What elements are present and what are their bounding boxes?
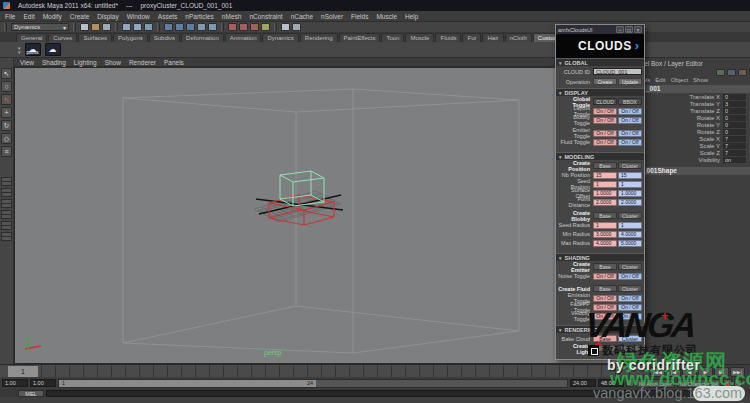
- menu-create[interactable]: Create: [70, 13, 90, 20]
- create-light-base-button[interactable]: [593, 345, 617, 352]
- shelf-menu-icon[interactable]: ▾▾: [18, 46, 21, 54]
- surface-offset-cluster-field[interactable]: 1.0000: [618, 190, 642, 197]
- render-view-icon[interactable]: [239, 23, 248, 31]
- noise-toggle-cluster-button[interactable]: On / Off: [618, 273, 642, 280]
- bake-cloud-base-button[interactable]: Base: [593, 335, 617, 342]
- channelbox-toggle-icon[interactable]: [292, 23, 301, 31]
- menu-nparticles[interactable]: nParticles: [185, 13, 214, 20]
- select-tool-icon[interactable]: ↖: [1, 68, 12, 79]
- channel-value-field[interactable]: 7: [723, 136, 746, 142]
- playback-start-field[interactable]: 1.00: [30, 379, 56, 387]
- fadepp-toggle-cluster-button[interactable]: On / Off: [618, 304, 642, 311]
- update-button[interactable]: Update: [618, 78, 642, 85]
- manipulator-icon[interactable]: [716, 69, 725, 76]
- step-forward-frame-icon[interactable]: ▶|: [714, 367, 729, 377]
- menu-assets[interactable]: Assets: [158, 13, 178, 20]
- panel-menu-view[interactable]: View: [20, 59, 34, 66]
- sidebar-toggle-icon[interactable]: [281, 23, 290, 31]
- rotate-tool-icon[interactable]: ↻: [1, 120, 12, 131]
- channel-value-field[interactable]: 0: [723, 115, 746, 121]
- status-grip[interactable]: [115, 23, 118, 31]
- play-backwards-icon[interactable]: ◀: [682, 367, 697, 377]
- select-hierarchy-icon[interactable]: [122, 23, 131, 31]
- menu-edit[interactable]: Edit: [23, 13, 34, 20]
- nb-position-cluster-field[interactable]: 15: [618, 172, 642, 179]
- cloud-id-field[interactable]: CLOUD_001: [593, 68, 642, 75]
- menu-help[interactable]: Help: [405, 13, 418, 20]
- shelf-tab-ncloth[interactable]: nCloth: [505, 33, 532, 42]
- layout-persp-outliner-button[interactable]: [1, 199, 12, 208]
- play-forwards-icon[interactable]: ▶: [698, 367, 713, 377]
- render-settings-icon[interactable]: [261, 23, 270, 31]
- status-grip[interactable]: [157, 23, 160, 31]
- layout-hypershade-button[interactable]: [1, 221, 12, 230]
- surface-offset-base-field[interactable]: 1.0000: [593, 190, 617, 197]
- layout-toggle-base-button[interactable]: On / Off: [593, 108, 617, 115]
- auto-keyframe-icon[interactable]: [723, 379, 732, 388]
- cluster-column-header[interactable]: Cluster: [618, 162, 642, 169]
- cluster-column-header[interactable]: Cluster: [618, 285, 642, 292]
- section-global[interactable]: ▾ GLOBAL: [556, 58, 644, 66]
- menu-fields[interactable]: Fields: [351, 13, 368, 20]
- menu-nconstraint[interactable]: nConstraint: [249, 13, 282, 20]
- status-grip[interactable]: [221, 23, 224, 31]
- cb-menu-show[interactable]: Show: [693, 77, 708, 83]
- base-column-header[interactable]: Base: [593, 263, 617, 270]
- blobby-toggle-base-button[interactable]: On / Off: [593, 117, 617, 124]
- status-grip[interactable]: [73, 23, 76, 31]
- shelf-tab-polygons[interactable]: Polygons: [113, 33, 148, 42]
- playback-end-field[interactable]: 24.00: [570, 379, 596, 387]
- channel-value-field[interactable]: 0: [723, 94, 746, 100]
- ipr-render-icon[interactable]: [250, 23, 259, 31]
- bake-cloud-cluster-button[interactable]: Cluster: [618, 335, 642, 342]
- menu-window[interactable]: Window: [127, 13, 150, 20]
- save-scene-icon[interactable]: [102, 23, 111, 31]
- speed-state-icon[interactable]: [727, 69, 736, 76]
- channel-value-field[interactable]: 0: [723, 122, 746, 128]
- channel-value-field[interactable]: 7: [723, 150, 746, 156]
- min-radius-cluster-field[interactable]: 4.0000: [618, 231, 642, 238]
- set-key-icon[interactable]: [626, 379, 634, 387]
- shelf-tab-deformation[interactable]: Deformation: [181, 33, 224, 42]
- paint-select-tool-icon[interactable]: ↖: [1, 94, 12, 105]
- cloud-points-shelf-button[interactable]: ☁ points: [25, 43, 41, 56]
- max-radius-base-field[interactable]: 4.0000: [593, 240, 617, 247]
- create-light-cluster-button[interactable]: [618, 345, 642, 352]
- menu-nmesh[interactable]: nMesh: [222, 13, 242, 20]
- cb-menu-edit[interactable]: Edit: [655, 77, 665, 83]
- cluster-column-header[interactable]: Cluster: [618, 263, 642, 270]
- mel-tab[interactable]: MEL: [18, 390, 44, 397]
- panel-menu-show[interactable]: Show: [105, 59, 121, 66]
- shelf-tab-muscle[interactable]: Muscle: [405, 33, 434, 42]
- max-radius-cluster-field[interactable]: 5.0000: [618, 240, 642, 247]
- fluid-toggle-base-button[interactable]: On / Off: [593, 139, 617, 146]
- base-column-header[interactable]: Base: [593, 285, 617, 292]
- animation-preferences-icon[interactable]: [734, 379, 742, 387]
- shelf-tab-fluids[interactable]: Fluids: [435, 33, 461, 42]
- emission-toggle-cluster-button[interactable]: On / Off: [618, 295, 642, 302]
- point-distance-base-field[interactable]: 2.0000: [593, 199, 617, 206]
- go-to-start-icon[interactable]: |◀◀: [650, 367, 665, 377]
- layout-four-pane-button[interactable]: [1, 188, 12, 197]
- seed-position-base-field[interactable]: 1: [593, 181, 617, 188]
- new-scene-icon[interactable]: [80, 23, 89, 31]
- snap-grid-icon[interactable]: [164, 23, 173, 31]
- select-component-icon[interactable]: [144, 23, 153, 31]
- step-back-frame-icon[interactable]: |◀: [666, 367, 681, 377]
- shelf-tab-toon[interactable]: Toon: [381, 33, 404, 42]
- snap-point-icon[interactable]: [186, 23, 195, 31]
- status-grip[interactable]: [274, 23, 277, 31]
- snap-plane-icon[interactable]: [197, 23, 206, 31]
- seed-position-cluster-field[interactable]: 1: [618, 181, 642, 188]
- channel-value-field[interactable]: on: [723, 157, 746, 163]
- layout-persp-graph-button[interactable]: [1, 210, 12, 219]
- menu-ncache[interactable]: nCache: [291, 13, 313, 20]
- hyperbolic-icon[interactable]: [738, 69, 747, 76]
- status-grip[interactable]: [4, 23, 7, 31]
- open-scene-icon[interactable]: [91, 23, 100, 31]
- shelf-tab-rendering[interactable]: Rendering: [300, 33, 338, 42]
- create-button[interactable]: Create: [593, 78, 617, 85]
- time-slider[interactable]: 1 |◀◀ |◀ ◀ ▶ ▶| ▶▶|: [0, 364, 750, 377]
- layout-toggle-cluster-button[interactable]: On / Off: [618, 108, 642, 115]
- cluster-column-header[interactable]: Cluster: [618, 212, 642, 219]
